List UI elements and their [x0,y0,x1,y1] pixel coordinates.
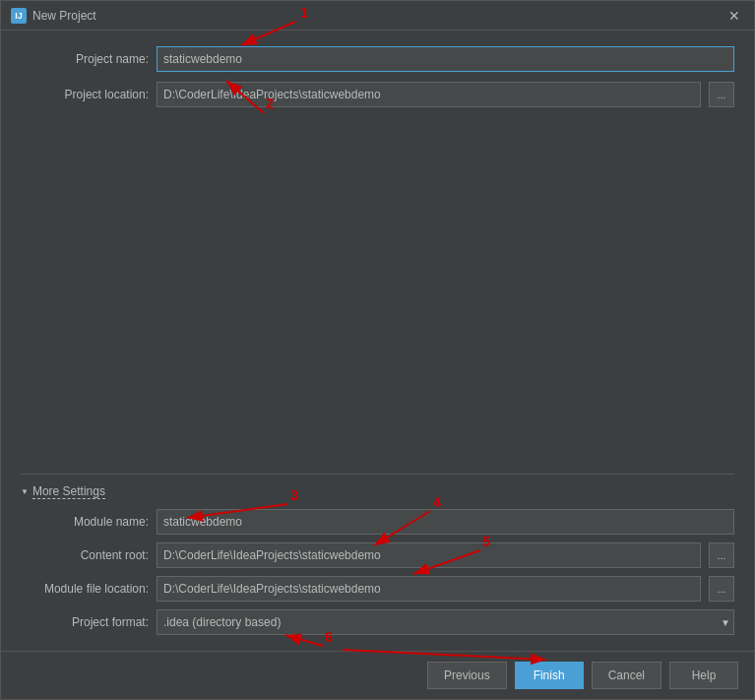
project-format-label: Project format: [21,615,149,629]
content-spacer [21,117,734,464]
project-name-label: Project name: [21,52,149,66]
app-icon: IJ [11,8,27,24]
content-root-input[interactable] [157,542,701,568]
help-button[interactable]: Help [669,662,738,689]
module-file-label: Module file location: [21,582,149,596]
triangle-icon: ▼ [21,487,29,496]
more-settings-label: More Settings [32,484,105,499]
project-format-select-wrapper: .idea (directory based) ▼ [157,609,734,635]
project-location-row: Project location: ... [21,82,734,107]
content-root-label: Content root: [21,548,149,562]
title-bar: IJ New Project ✕ [1,1,754,31]
project-format-select[interactable]: .idea (directory based) [157,609,734,635]
module-file-row: Module file location: ... [21,576,734,602]
content-area: Project name: Project location: ... ▼ Mo… [1,31,754,651]
project-location-browse-button[interactable]: ... [709,82,734,107]
more-settings-section: ▼ More Settings Module name: Content roo… [21,474,734,635]
module-name-row: Module name: [21,509,734,535]
module-file-browse-button[interactable]: ... [709,576,734,602]
module-file-input[interactable] [157,576,701,602]
cancel-button[interactable]: Cancel [592,662,661,689]
close-button[interactable]: ✕ [724,6,744,26]
project-location-input[interactable] [157,82,701,107]
bottom-bar: Previous Finish Cancel Help [1,651,754,699]
project-format-row: Project format: .idea (directory based) … [21,609,734,635]
finish-button[interactable]: Finish [515,662,584,689]
new-project-dialog: IJ New Project ✕ Project name: Project l… [0,0,755,700]
more-settings-content: Module name: Content root: ... Module fi… [21,503,734,635]
module-name-label: Module name: [21,515,149,529]
project-name-input[interactable] [157,46,734,72]
previous-button[interactable]: Previous [427,662,507,689]
content-root-browse-button[interactable]: ... [709,542,734,568]
project-name-row: Project name: [21,46,734,72]
content-root-row: Content root: ... [21,542,734,568]
module-name-input[interactable] [157,509,734,535]
title-bar-left: IJ New Project [11,8,96,24]
dialog-title: New Project [32,9,96,23]
more-settings-toggle[interactable]: ▼ More Settings [21,480,734,503]
project-location-label: Project location: [21,88,149,101]
